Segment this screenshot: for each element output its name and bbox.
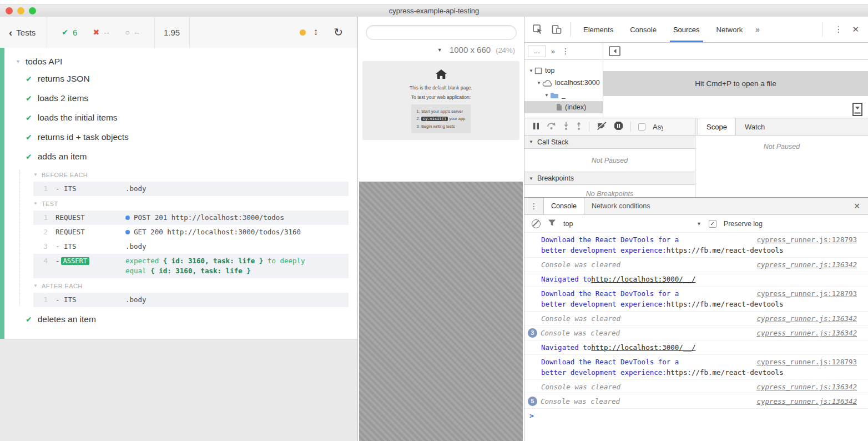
tab-watch[interactable]: Watch xyxy=(736,118,774,135)
command-log-row[interactable]: 3- ITS.body xyxy=(33,239,349,254)
console-text-segment: http://localhost:3000/__/ xyxy=(591,274,695,284)
breakpoints-empty: No Breakpoints xyxy=(524,185,695,197)
navigator-menu-icon[interactable]: ⋮ xyxy=(562,47,569,56)
blank-page-step: 3. Begin writing tests xyxy=(417,123,466,130)
console-text-segment: Navigated to xyxy=(541,342,591,353)
pretty-print-icon[interactable] xyxy=(852,102,863,117)
assert-text-line: equal { id: 3160, task: life } xyxy=(125,266,349,276)
test-stats: ✔ 6 ✖ -- ○ -- xyxy=(47,17,154,48)
more-tabs-icon[interactable]: » xyxy=(751,25,764,34)
clear-console-icon[interactable] xyxy=(532,219,541,228)
command-log-row[interactable]: 1- ITS.body xyxy=(33,182,349,196)
preserve-log-checkbox[interactable]: ✓ xyxy=(709,220,716,228)
device-toolbar-icon[interactable] xyxy=(551,24,562,35)
command-message: POST 201 http://localhost:3000/todos xyxy=(125,213,349,223)
source-location-link[interactable]: cypress_runner.js:136342 xyxy=(756,328,857,338)
test-row[interactable]: ✔returns id + task objects xyxy=(26,127,349,147)
source-location-link[interactable]: cypress_runner.js:128793 xyxy=(756,288,857,299)
drawer-tab-network-conditions[interactable]: Network conditions xyxy=(584,198,658,214)
source-location-link[interactable]: cypress_runner.js:128793 xyxy=(756,234,857,245)
console-message-row: Download the React DevTools for acypress… xyxy=(541,234,857,245)
drawer-close-icon[interactable]: ✕ xyxy=(846,198,868,214)
call-stack-header[interactable]: ▼ Call Stack xyxy=(524,136,695,149)
triangle-down-icon: ▼ xyxy=(33,173,38,177)
pause-on-exceptions-icon[interactable] xyxy=(614,121,623,132)
test-row[interactable]: ✔loads 2 items xyxy=(26,88,349,108)
request-dot-icon xyxy=(125,230,130,234)
tree-item-[interactable]: ▼_ xyxy=(524,89,603,101)
execution-context-selector[interactable]: top xyxy=(563,220,573,228)
pause-script-icon[interactable] xyxy=(533,122,539,132)
breakpoints-header[interactable]: ▼ Breakpoints xyxy=(524,172,695,185)
command-log-row[interactable]: 1- ITS.body xyxy=(33,293,349,307)
step-out-icon[interactable] xyxy=(576,122,582,132)
collapse-navigator-icon[interactable] xyxy=(609,46,620,57)
command-log-row[interactable]: 2REQUESTGET 200 http://localhost:3000/to… xyxy=(33,225,349,239)
home-icon xyxy=(435,69,447,79)
reload-tests-icon[interactable]: ↻ xyxy=(334,27,343,38)
console-prompt-row[interactable]: > xyxy=(524,409,868,423)
check-icon: ✔ xyxy=(26,94,32,102)
back-to-tests-button[interactable]: ‹ Tests xyxy=(0,17,47,48)
assert-text-segment: expected xyxy=(125,257,163,265)
command-log-row[interactable]: 1REQUESTPOST 201 http://localhost:3000/t… xyxy=(33,211,349,225)
console-message: Download the React DevTools for acypress… xyxy=(524,287,868,312)
tree-item-localhost3000[interactable]: ▼localhost:3000 xyxy=(524,77,603,89)
console-text-segment: https://fb.me/react-devtools xyxy=(667,299,784,309)
tab-elements[interactable]: Elements xyxy=(578,17,619,42)
drawer-menu-icon[interactable]: ⋮ xyxy=(524,198,543,214)
drawer-tab-console[interactable]: Console xyxy=(543,198,584,214)
hook-header[interactable]: ▼BEFORE EACH xyxy=(33,168,349,182)
minimize-window-button[interactable] xyxy=(17,7,24,14)
viewport-scale-icon[interactable]: ↕ xyxy=(314,27,319,38)
filter-icon[interactable] xyxy=(548,219,556,228)
step-over-icon[interactable] xyxy=(547,122,556,132)
source-location-link[interactable]: cypress_runner.js:136342 xyxy=(756,313,857,324)
log-level-dropdown-icon[interactable]: ▼ xyxy=(697,221,702,227)
request-dot-icon xyxy=(125,216,130,220)
test-row[interactable]: ✔deletes an item xyxy=(26,309,349,329)
navigator-more-icon[interactable]: » xyxy=(551,47,555,56)
step-into-icon[interactable] xyxy=(563,122,569,132)
command-message: .body xyxy=(125,184,349,194)
command-message: expected { id: 3160, task: life } to dee… xyxy=(125,256,349,276)
async-checkbox[interactable] xyxy=(638,123,645,131)
failed-stat: ✖ -- xyxy=(93,28,109,37)
test-title: loads 2 items xyxy=(38,93,88,103)
inspect-element-icon[interactable] xyxy=(532,24,543,35)
devtools-tabbar: ElementsConsoleSourcesNetwork » ⋮ ✕ xyxy=(524,17,868,43)
tab-scope[interactable]: Scope xyxy=(698,118,736,135)
source-location-link[interactable]: cypress_runner.js:136342 xyxy=(756,396,857,407)
test-row[interactable]: ✔returns JSON xyxy=(26,69,349,88)
console-text-segment: http://localhost:3000/__/ xyxy=(591,342,695,353)
tree-item-label: top xyxy=(545,67,554,74)
navigator-overflow-tab[interactable]: ... xyxy=(528,46,546,57)
tab-console[interactable]: Console xyxy=(624,17,662,42)
hook-header[interactable]: ▼TEST xyxy=(33,197,349,211)
command-log: ▼ todos API ✔returns JSON✔loads 2 items✔… xyxy=(4,48,357,329)
cypress-runner-panel: ‹ Tests ✔ 6 ✖ -- ○ -- 1.95 ↕ ↻ xyxy=(0,17,358,441)
console-text-segment: https://fb.me/react-devtools xyxy=(667,245,784,255)
url-bar[interactable] xyxy=(366,25,517,40)
deactivate-breakpoints-icon[interactable] xyxy=(597,122,607,132)
devtools-menu-icon[interactable]: ⋮ xyxy=(827,24,850,34)
source-location-link[interactable]: cypress_runner.js:128793 xyxy=(756,357,857,367)
tree-item-top[interactable]: ▼top xyxy=(524,64,603,77)
zoom-window-button[interactable] xyxy=(29,7,36,14)
source-location-link[interactable]: cypress_runner.js:136342 xyxy=(756,259,857,270)
hook-header[interactable]: ▼AFTER EACH xyxy=(33,279,349,293)
suite-row[interactable]: ▼ todos API xyxy=(16,54,349,69)
tab-sources[interactable]: Sources xyxy=(668,17,705,42)
test-row[interactable]: ✔loads the initial items xyxy=(26,108,349,127)
viewport-dropdown-icon[interactable]: ▼ xyxy=(437,47,442,53)
debugger-sidebar-left: ▼ Call Stack Not Paused ▼ Breakpoints No… xyxy=(524,136,695,197)
test-row[interactable]: ✔adds an item xyxy=(26,147,349,166)
source-location-link[interactable]: cypress_runner.js:136342 xyxy=(756,382,857,392)
close-window-button[interactable] xyxy=(6,7,13,14)
tab-network[interactable]: Network xyxy=(711,17,749,42)
source-editor-area: Hit Cmd+P to open a file xyxy=(603,60,868,118)
command-log-row[interactable]: 4-ASSERTexpected { id: 3160, task: life … xyxy=(33,254,349,278)
devtools-close-icon[interactable]: ✕ xyxy=(850,24,868,34)
viewport-size-row: ▼ 1000 x 660 (24%) xyxy=(358,45,524,54)
tree-item-index[interactable]: (index) xyxy=(524,101,603,113)
